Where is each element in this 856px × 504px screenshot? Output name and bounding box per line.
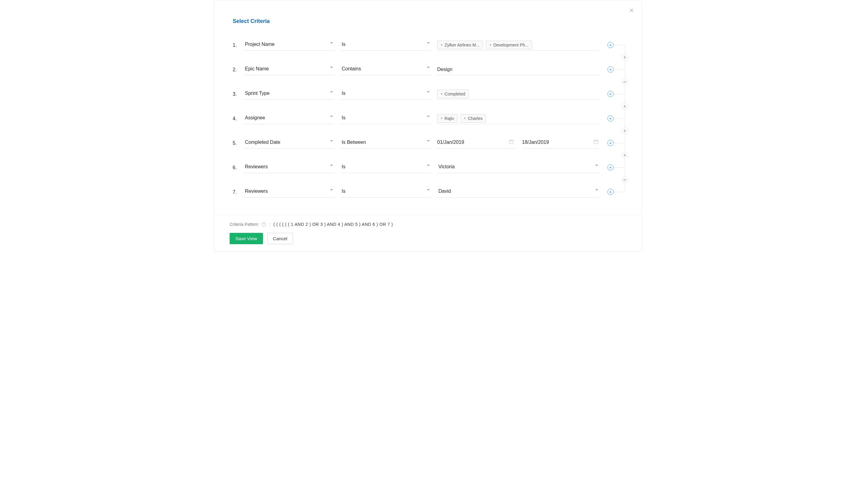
operator-label: Is (342, 91, 345, 96)
select-criteria-modal: Select Criteria 1.Project NameIs×Zylker … (214, 0, 642, 252)
chip[interactable]: ×Zylker Airlines M... (437, 41, 483, 49)
field-select[interactable]: Epic Name (244, 64, 334, 75)
operator-select[interactable]: Is (340, 89, 431, 100)
operator-label: Is (342, 42, 345, 47)
value-label: David (439, 188, 451, 194)
field-select[interactable]: Reviewers (244, 187, 334, 198)
chevron-down-icon (427, 189, 430, 191)
criteria-row: 1.Project NameIs×Zylker Airlines M...×De… (233, 33, 623, 57)
value-input[interactable] (437, 67, 600, 72)
value-chips[interactable]: ×Rajiv×Charles (437, 113, 600, 124)
row-index: 3. (233, 91, 244, 97)
field-label: Reviewers (245, 188, 268, 194)
field-select[interactable]: Project Name (244, 40, 334, 51)
plus-icon: + (609, 165, 612, 169)
date-from[interactable] (437, 138, 515, 149)
date-input[interactable] (437, 140, 515, 145)
field-label: Sprint Type (245, 91, 270, 96)
connector-hline (613, 167, 625, 168)
chip-remove-icon[interactable]: × (489, 43, 492, 47)
chip[interactable]: ×Charles (461, 114, 486, 123)
chevron-down-icon (330, 67, 333, 68)
add-criteria-button[interactable]: + (607, 91, 613, 97)
calendar-icon[interactable] (593, 139, 599, 145)
save-view-button[interactable]: Save View (230, 233, 263, 244)
field-label: Epic Name (245, 66, 269, 72)
svg-rect-1 (594, 140, 598, 144)
plus-icon: + (609, 190, 612, 194)
field-label: Completed Date (245, 140, 281, 145)
operator-select[interactable]: Is (340, 113, 431, 124)
logic-operator-pill[interactable]: & (622, 127, 628, 134)
field-select[interactable]: Assignee (244, 113, 334, 124)
logic-operator-pill[interactable]: or (622, 176, 628, 183)
chevron-down-icon (427, 67, 430, 68)
field-label: Reviewers (245, 164, 268, 169)
chip-remove-icon[interactable]: × (441, 116, 443, 120)
chevron-down-icon (427, 116, 430, 117)
value-daterange (437, 138, 600, 149)
modal-title: Select Criteria (214, 0, 642, 24)
value-chips[interactable]: ×Completed (437, 89, 600, 100)
add-criteria-button[interactable]: + (607, 42, 613, 48)
logic-operator-pill[interactable]: & (622, 152, 628, 159)
add-criteria-button[interactable]: + (607, 140, 613, 146)
chevron-down-icon (330, 116, 333, 117)
logic-operator-pill[interactable]: & (622, 54, 628, 60)
help-icon[interactable]: ? (262, 222, 266, 227)
row-index: 5. (233, 141, 244, 146)
chip[interactable]: ×Development Ph... (486, 41, 532, 49)
chip-label: Completed (445, 91, 465, 96)
add-criteria-button[interactable]: + (607, 67, 613, 73)
operator-select[interactable]: Is (340, 162, 431, 173)
chevron-down-icon (595, 189, 598, 191)
chip[interactable]: ×Completed (437, 90, 469, 98)
row-index: 4. (233, 116, 244, 122)
chevron-down-icon (330, 91, 333, 93)
add-criteria-button[interactable]: + (607, 115, 613, 122)
criteria-pattern-label: Criteria Pattern (230, 222, 258, 227)
chip-remove-icon[interactable]: × (441, 43, 443, 47)
operator-select[interactable]: Contains (340, 64, 431, 75)
field-select[interactable]: Sprint Type (244, 89, 334, 100)
logic-operator-pill[interactable]: & (622, 103, 628, 110)
criteria-row: 5.Completed DateIs Between (233, 131, 623, 156)
date-to[interactable] (522, 138, 600, 149)
operator-select[interactable]: Is (340, 187, 431, 198)
field-label: Assignee (245, 115, 265, 121)
chevron-down-icon (427, 140, 430, 142)
chip-remove-icon[interactable]: × (441, 92, 443, 96)
value-select[interactable]: Victoria (437, 162, 600, 173)
chip-label: Rajiv (445, 116, 454, 121)
operator-select[interactable]: Is (340, 40, 431, 51)
chip-label: Development Ph... (493, 42, 529, 48)
value-select[interactable]: David (437, 187, 600, 198)
field-select[interactable]: Reviewers (244, 162, 334, 173)
date-input[interactable] (522, 140, 600, 145)
calendar-icon[interactable] (509, 139, 514, 145)
value-chips[interactable]: ×Zylker Airlines M...×Development Ph... (437, 40, 600, 51)
operator-select[interactable]: Is Between (340, 138, 431, 149)
row-index: 1. (233, 42, 244, 48)
field-select[interactable]: Completed Date (244, 138, 334, 149)
close-button[interactable] (629, 8, 634, 14)
criteria-list: 1.Project NameIs×Zylker Airlines M...×De… (214, 24, 642, 204)
chip-remove-icon[interactable]: × (464, 116, 466, 120)
cancel-button[interactable]: Cancel (267, 233, 293, 244)
add-criteria-button[interactable]: + (607, 189, 613, 195)
connector-hline (613, 94, 625, 94)
operator-label: Is (342, 188, 345, 194)
chevron-down-icon (330, 165, 333, 166)
logic-operator-pill[interactable]: or (622, 78, 628, 85)
plus-icon: + (609, 67, 612, 72)
close-icon (629, 8, 634, 13)
add-criteria-button[interactable]: + (607, 164, 613, 170)
criteria-row: 6.ReviewersIsVictoria (233, 156, 623, 180)
svg-rect-0 (509, 140, 513, 144)
plus-icon: + (609, 42, 612, 47)
connector-hline (613, 192, 625, 192)
plus-icon: + (609, 116, 612, 121)
chip[interactable]: ×Rajiv (437, 114, 458, 123)
plus-icon: + (609, 91, 612, 96)
value-select-wrap: David (437, 187, 600, 198)
